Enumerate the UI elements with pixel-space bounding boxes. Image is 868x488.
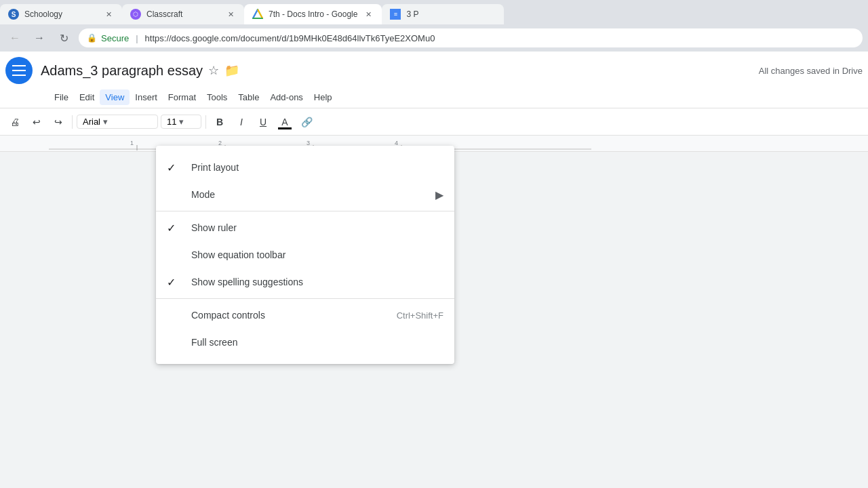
- print-button[interactable]: 🖨: [5, 113, 24, 131]
- tab-schoology-close[interactable]: ✕: [103, 9, 114, 20]
- star-icon[interactable]: ☆: [208, 63, 219, 78]
- full-screen-label: Full screen: [191, 337, 443, 348]
- back-button[interactable]: ←: [5, 28, 24, 47]
- menu-section-3: Compact controls Ctrl+Shift+F Full scree…: [156, 298, 454, 359]
- menu-help[interactable]: Help: [309, 89, 338, 105]
- show-equation-toolbar-label: Show equation toolbar: [191, 249, 443, 260]
- doc-title: Adams_3 paragraph essay: [41, 63, 203, 79]
- tab-4-label: 3 P: [406, 9, 496, 19]
- svg-text:2: 2: [218, 140, 222, 146]
- menu-table[interactable]: Table: [233, 89, 264, 105]
- view-dropdown-menu: ✓ Print layout Mode ▶ ✓ Show ruler Show …: [156, 146, 454, 364]
- tab-4[interactable]: ≡ 3 P: [382, 4, 504, 24]
- menu-show-ruler[interactable]: ✓ Show ruler: [156, 214, 454, 241]
- hamburger-menu[interactable]: [5, 57, 33, 84]
- docs-icon: ≡: [390, 9, 401, 20]
- menu-addons[interactable]: Add-ons: [264, 89, 308, 105]
- compact-controls-shortcut: Ctrl+Shift+F: [397, 310, 443, 321]
- svg-line-2: [258, 9, 262, 18]
- menu-view[interactable]: View: [100, 89, 130, 105]
- mode-arrow-icon: ▶: [435, 188, 443, 201]
- tab-schoology[interactable]: S Schoology ✕: [0, 4, 122, 24]
- menu-show-equation-toolbar[interactable]: Show equation toolbar: [156, 241, 454, 268]
- menu-bar: File Edit View Insert Format Tools Table…: [0, 87, 868, 108]
- forward-button[interactable]: →: [30, 28, 49, 47]
- print-layout-label: Print layout: [191, 162, 443, 173]
- menu-show-spelling-suggestions[interactable]: ✓ Show spelling suggestions: [156, 268, 454, 296]
- menu-section-2: ✓ Show ruler Show equation toolbar ✓ Sho…: [156, 211, 454, 298]
- font-arrow-icon: ▾: [103, 117, 108, 127]
- reload-button[interactable]: ↻: [54, 28, 73, 47]
- menu-insert[interactable]: Insert: [130, 89, 163, 105]
- redo-button[interactable]: ↪: [49, 113, 68, 131]
- secure-label: Secure: [101, 33, 129, 43]
- menu-mode[interactable]: Mode ▶: [156, 181, 454, 208]
- url-bar[interactable]: 🔒 Secure | https://docs.google.com/docum…: [79, 28, 863, 47]
- svg-text:3: 3: [307, 140, 310, 146]
- bold-button[interactable]: B: [210, 113, 229, 131]
- link-button[interactable]: 🔗: [297, 113, 316, 131]
- compact-controls-label: Compact controls: [191, 310, 386, 321]
- italic-button[interactable]: I: [232, 113, 251, 131]
- menu-section-1: ✓ Print layout Mode ▶: [156, 151, 454, 211]
- print-layout-check: ✓: [167, 161, 180, 174]
- mode-label: Mode: [191, 189, 425, 200]
- font-size-value: 11: [167, 117, 176, 127]
- tab-docs-close[interactable]: ✕: [363, 9, 374, 20]
- address-bar: ← → ↻ 🔒 Secure | https://docs.google.com…: [0, 24, 868, 52]
- show-spelling-suggestions-check: ✓: [167, 276, 180, 289]
- font-size-arrow-icon: ▾: [179, 117, 184, 127]
- font-size-selector[interactable]: 11 ▾: [161, 115, 201, 129]
- menu-format[interactable]: Format: [163, 89, 201, 105]
- show-ruler-check: ✓: [167, 222, 180, 235]
- hamburger-line-2: [12, 70, 26, 71]
- svg-text:1: 1: [130, 140, 134, 146]
- hamburger-line-1: [12, 65, 26, 66]
- url-separator: |: [136, 33, 138, 43]
- show-ruler-label: Show ruler: [191, 222, 443, 233]
- folder-icon[interactable]: 📁: [224, 63, 239, 78]
- menu-edit[interactable]: Edit: [74, 89, 100, 105]
- font-selector[interactable]: Arial ▾: [77, 115, 158, 129]
- tab-classcraft[interactable]: ⬡ Classcraft ✕: [122, 4, 244, 24]
- text-color-button[interactable]: A: [275, 113, 294, 131]
- text-color-bar: [278, 127, 292, 129]
- svg-text:4: 4: [395, 140, 398, 146]
- tab-classcraft-label: Classcraft: [146, 9, 220, 19]
- save-status: All changes saved in Drive: [759, 66, 863, 76]
- drive-icon: [252, 9, 263, 20]
- menu-compact-controls[interactable]: Compact controls Ctrl+Shift+F: [156, 302, 454, 329]
- font-name: Arial: [83, 117, 100, 127]
- toolbar-sep-2: [205, 115, 206, 129]
- classcraft-icon: ⬡: [130, 9, 141, 20]
- tab-bar: S Schoology ✕ ⬡ Classcraft ✕ 7th -: [0, 0, 868, 24]
- svg-line-1: [253, 9, 258, 18]
- toolbar-sep-1: [72, 115, 73, 129]
- toolbar: 🖨 ↩ ↪ Arial ▾ 11 ▾ B I U A 🔗: [0, 108, 868, 136]
- menu-print-layout[interactable]: ✓ Print layout: [156, 154, 454, 181]
- tab-docs[interactable]: 7th - Docs Intro - Google ✕: [244, 4, 382, 24]
- schoology-icon: S: [8, 9, 19, 20]
- url-text: https://docs.google.com/document/d/1b9MH…: [145, 33, 435, 43]
- underline-button[interactable]: U: [254, 113, 273, 131]
- hamburger-line-3: [12, 75, 26, 76]
- tab-classcraft-close[interactable]: ✕: [225, 9, 236, 20]
- tab-schoology-label: Schoology: [24, 9, 98, 19]
- browser-chrome: S Schoology ✕ ⬡ Classcraft ✕ 7th -: [0, 0, 868, 52]
- menu-tools[interactable]: Tools: [201, 89, 233, 105]
- menu-full-screen[interactable]: Full screen: [156, 329, 454, 356]
- undo-button[interactable]: ↩: [27, 113, 46, 131]
- docs-header: Adams_3 paragraph essay ☆ 📁 All changes …: [0, 52, 868, 87]
- lock-icon: 🔒: [87, 33, 97, 43]
- menu-file[interactable]: File: [49, 89, 74, 105]
- show-spelling-suggestions-label: Show spelling suggestions: [191, 277, 443, 287]
- tab-docs-label: 7th - Docs Intro - Google: [269, 9, 357, 19]
